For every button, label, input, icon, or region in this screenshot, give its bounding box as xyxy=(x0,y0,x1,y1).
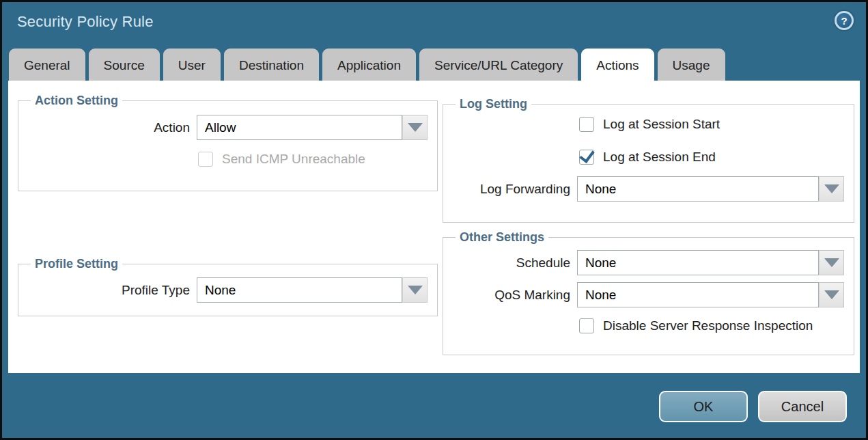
profile-setting-legend: Profile Setting xyxy=(31,257,122,271)
log-setting-legend: Log Setting xyxy=(456,97,531,111)
log-session-end-checkbox[interactable] xyxy=(579,150,594,165)
tab-destination[interactable]: Destination xyxy=(224,49,319,81)
log-forwarding-dropdown[interactable]: None xyxy=(577,176,844,202)
log-forwarding-row: Log Forwarding None xyxy=(453,176,844,202)
help-icon[interactable]: ? xyxy=(835,11,854,30)
other-settings-legend: Other Settings xyxy=(456,230,548,245)
log-forwarding-label: Log Forwarding xyxy=(453,182,570,197)
log-session-start-checkbox[interactable] xyxy=(579,117,594,132)
ok-button[interactable]: OK xyxy=(659,391,748,422)
action-dropdown[interactable]: Allow xyxy=(197,115,428,140)
tab-source[interactable]: Source xyxy=(89,49,160,81)
action-setting-legend: Action Setting xyxy=(31,94,122,108)
send-icmp-checkbox xyxy=(198,152,213,167)
log-forwarding-dropdown-value[interactable]: None xyxy=(577,176,819,202)
tab-general[interactable]: General xyxy=(9,49,85,81)
tab-service-url-category[interactable]: Service/URL Category xyxy=(419,49,578,81)
qos-marking-dropdown-value[interactable]: None xyxy=(577,282,819,307)
chevron-down-icon[interactable] xyxy=(819,282,844,307)
schedule-label: Schedule xyxy=(453,256,570,271)
action-row: Action Allow xyxy=(28,115,428,140)
send-icmp-row: Send ICMP Unreachable xyxy=(198,152,428,167)
chevron-down-icon[interactable] xyxy=(402,277,428,303)
schedule-dropdown-value[interactable]: None xyxy=(577,250,819,275)
cancel-button[interactable]: Cancel xyxy=(758,391,847,422)
dsri-row: Disable Server Response Inspection xyxy=(579,318,844,333)
content-panel: Action Setting Action Allow Send ICMP Un… xyxy=(8,81,860,373)
log-session-start-label: Log at Session Start xyxy=(603,117,720,132)
tab-actions[interactable]: Actions xyxy=(581,49,654,81)
profile-type-dropdown-value[interactable]: None xyxy=(197,277,402,303)
profile-type-dropdown[interactable]: None xyxy=(197,277,428,303)
security-policy-rule-dialog: Security Policy Rule ? General Source Us… xyxy=(0,0,868,440)
other-settings-group: Other Settings Schedule None QoS Marking… xyxy=(443,230,854,355)
dialog-title: Security Policy Rule xyxy=(17,13,154,31)
schedule-row: Schedule None xyxy=(453,250,844,275)
log-session-end-row: Log at Session End xyxy=(579,150,844,165)
chevron-down-icon[interactable] xyxy=(819,250,844,275)
qos-marking-dropdown[interactable]: None xyxy=(577,282,844,307)
dsri-checkbox[interactable] xyxy=(579,318,594,333)
profile-setting-group: Profile Setting Profile Type None xyxy=(18,257,438,316)
schedule-dropdown[interactable]: None xyxy=(577,250,844,275)
send-icmp-label: Send ICMP Unreachable xyxy=(222,152,365,167)
tab-user[interactable]: User xyxy=(163,49,221,81)
profile-type-label: Profile Type xyxy=(28,283,190,298)
action-setting-group: Action Setting Action Allow Send ICMP Un… xyxy=(18,94,438,191)
action-dropdown-value[interactable]: Allow xyxy=(197,115,402,140)
log-session-start-row: Log at Session Start xyxy=(579,117,844,132)
tab-usage[interactable]: Usage xyxy=(658,49,725,81)
profile-type-row: Profile Type None xyxy=(28,277,428,303)
qos-marking-row: QoS Marking None xyxy=(453,282,844,307)
tab-bar: General Source User Destination Applicat… xyxy=(9,49,859,81)
action-label: Action xyxy=(28,120,190,135)
footer: OK Cancel xyxy=(659,391,847,422)
qos-marking-label: QoS Marking xyxy=(453,288,570,303)
chevron-down-icon[interactable] xyxy=(819,176,844,202)
tab-application[interactable]: Application xyxy=(322,49,416,81)
dsri-label: Disable Server Response Inspection xyxy=(603,318,813,333)
chevron-down-icon[interactable] xyxy=(402,115,428,140)
log-session-end-label: Log at Session End xyxy=(603,150,716,165)
log-setting-group: Log Setting Log at Session Start Log at … xyxy=(443,97,854,223)
